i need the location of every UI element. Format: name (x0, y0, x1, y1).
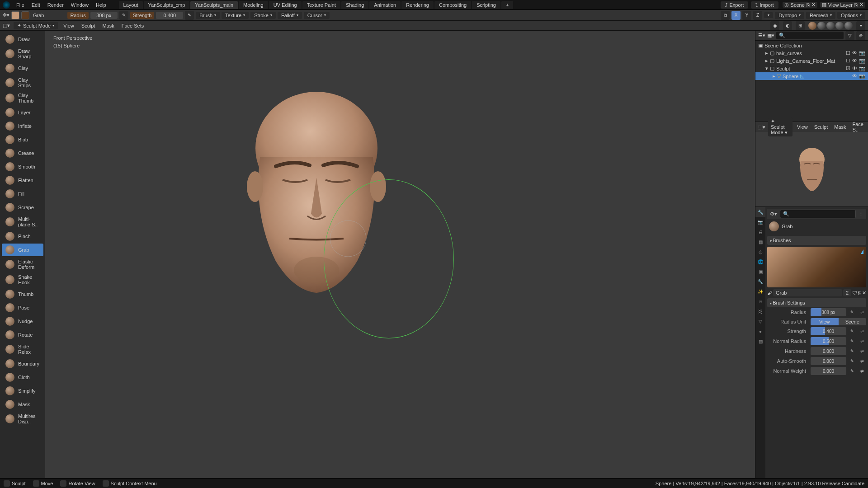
outliner-filter-icon[interactable]: ▽ (845, 31, 854, 40)
outliner-scene-collection[interactable]: ▣ Scene Collection (755, 42, 868, 49)
properties-tab-viewlayer[interactable]: ▦ (755, 237, 765, 247)
brush-layer[interactable]: Layer (2, 106, 43, 119)
properties-tab-output[interactable]: 🖨 (755, 227, 765, 237)
viewlayer-name[interactable]: View Layer (828, 2, 853, 8)
header-menu-view[interactable]: View (795, 124, 810, 130)
workspace-tab[interactable]: Animation (369, 1, 401, 9)
pressure-toggle-icon[interactable]: ✎ (848, 357, 856, 365)
xray-toggle-icon[interactable]: ⊞ (796, 21, 805, 30)
brush-clay[interactable]: Clay (2, 62, 43, 75)
setting-slider[interactable]: 0.000 (811, 357, 846, 365)
setting-slider[interactable]: 0.400 (811, 327, 846, 335)
header-menu-sculpt[interactable]: Sculpt (80, 23, 97, 28)
brush-multi-plane-s-[interactable]: Multi-plane S.. (2, 215, 43, 229)
secondary-viewport-canvas[interactable] (755, 132, 868, 206)
brush-tool-icon[interactable]: ✥▾ (3, 12, 9, 18)
brush-boundary[interactable]: Boundary (2, 357, 43, 370)
viewlayer-selector[interactable]: ▦ View Layer ⎘ ✕ (820, 2, 865, 8)
brush-cloth[interactable]: Cloth (2, 371, 43, 384)
brush-blob[interactable]: Blob (2, 133, 43, 146)
new-scene-icon[interactable]: ⎘ (807, 2, 810, 8)
workspace-tab[interactable]: YanSculpts_cmp (144, 1, 190, 9)
falloff-dropdown[interactable]: Falloff (278, 12, 302, 19)
menu-file[interactable]: File (13, 2, 28, 8)
dyntopo-dropdown[interactable]: Dyntopo (775, 12, 804, 19)
new-layer-icon[interactable]: ⎘ (854, 2, 858, 8)
workspace-tab[interactable]: Texture Paint (302, 1, 340, 9)
radius-unit-toggle[interactable]: ViewScene (811, 318, 866, 325)
mode-selector[interactable]: ✦Sculpt Mode (14, 22, 58, 29)
matcap-solid-icon[interactable] (808, 22, 816, 30)
new-brush-icon[interactable]: ⎘ (858, 290, 861, 296)
setting-extra-icon[interactable]: ⇄ (858, 337, 866, 345)
outliner-display-mode-icon[interactable]: ▦▾ (767, 33, 774, 38)
strength-pressure-icon[interactable]: ✎ (185, 11, 194, 20)
mode-selector[interactable]: ✦ Sculpt Mode ▾ (768, 117, 793, 136)
properties-tab-data[interactable]: ▽ (755, 316, 765, 326)
toggle-option[interactable]: Scene (839, 318, 867, 325)
setting-extra-icon[interactable]: ⇄ (858, 308, 866, 316)
properties-tab-material[interactable]: ● (755, 326, 765, 336)
eye-icon[interactable]: 👁 (852, 50, 857, 56)
editor-type-icon[interactable]: ⬚▾ (3, 23, 10, 28)
brush-name-field[interactable]: Grab (773, 289, 842, 296)
toggle-option[interactable]: View (811, 318, 839, 325)
delete-layer-icon[interactable]: ✕ (859, 2, 863, 8)
render-icon[interactable]: 📷 (859, 50, 865, 56)
shading-options-dropdown-icon[interactable]: ▾ (856, 21, 865, 30)
options-dropdown[interactable]: Options (837, 12, 865, 19)
3d-viewport[interactable]: Front Perspective (15) Sphere (45, 31, 755, 478)
texture-dropdown[interactable]: Texture (222, 12, 249, 19)
export-button[interactable]: ⤴ Export (721, 1, 748, 9)
shading-material-icon[interactable] (835, 22, 844, 30)
properties-options-icon[interactable]: ⋮ (859, 211, 863, 217)
menu-help[interactable]: Help (92, 2, 110, 8)
properties-tab-scene[interactable]: ◎ (755, 247, 765, 257)
brush-draw-sharp[interactable]: Draw Sharp (2, 47, 43, 61)
brush-grab[interactable]: Grab (2, 244, 43, 256)
brush-fill[interactable]: Fill (2, 188, 43, 200)
exclude-icon[interactable]: ☑ (846, 66, 850, 71)
mirror-x-button[interactable]: X (731, 11, 741, 20)
overlay-toggle-icon[interactable]: ◐ (783, 21, 792, 30)
brush-inflate[interactable]: Inflate (2, 120, 43, 132)
brush-large-preview[interactable] (767, 247, 866, 287)
setting-slider[interactable]: 308 px (811, 308, 846, 316)
properties-tab-modifiers[interactable]: 🔧 (755, 277, 765, 286)
render-icon[interactable]: 📷 (859, 58, 865, 64)
pressure-toggle-icon[interactable]: ✎ (848, 347, 856, 355)
properties-tab-particles[interactable]: ✨ (755, 286, 765, 296)
brush-mask[interactable]: Mask (2, 398, 43, 411)
properties-tab-texture[interactable]: ▨ (755, 336, 765, 346)
primary-color-swatch[interactable] (11, 11, 19, 19)
brush-nudge[interactable]: Nudge (2, 315, 43, 328)
strength-field[interactable]: Strength (130, 12, 155, 19)
brush-thumb[interactable]: Thumb (2, 288, 43, 300)
outliner-collection[interactable]: ▾ ▢ Sculpt ☑👁📷 (755, 65, 868, 72)
setting-slider[interactable]: 0.500 (811, 337, 846, 345)
brush-simplify[interactable]: Simplify (2, 385, 43, 397)
brush-multires-disp-[interactable]: Multires Disp.. (2, 412, 43, 426)
menu-edit[interactable]: Edit (28, 2, 44, 8)
symmetry-options-dropdown[interactable] (764, 12, 773, 18)
workspace-tab[interactable]: Rendering (401, 1, 434, 9)
secondary-color-swatch[interactable] (21, 11, 29, 19)
properties-tab-world[interactable]: 🌐 (755, 257, 765, 267)
pressure-toggle-icon[interactable]: ✎ (848, 327, 856, 335)
shading-wireframe-icon[interactable] (817, 22, 826, 30)
strength-value[interactable]: 0.400 (156, 12, 183, 19)
setting-slider[interactable]: 0.000 (811, 367, 846, 375)
outliner-collection[interactable]: ▸ ▢ Lights_Camera_Floor_Mat ☐👁📷 (755, 57, 868, 65)
properties-search-input[interactable]: 🔍 (780, 210, 856, 218)
setting-extra-icon[interactable]: ⇄ (858, 357, 866, 365)
properties-tab-physics[interactable]: ⚛ (755, 296, 765, 306)
outliner-new-collection-icon[interactable]: ⊕ (856, 31, 865, 40)
brush-datablock-icon[interactable]: 🖌 (767, 290, 772, 296)
pressure-toggle-icon[interactable]: ✎ (848, 367, 856, 375)
brush-pinch[interactable]: Pinch (2, 230, 43, 243)
brush-rotate[interactable]: Rotate (2, 328, 43, 341)
workspace-tab[interactable]: Modeling (239, 1, 268, 9)
exclude-icon[interactable]: ☐ (846, 50, 850, 56)
brush-flatten[interactable]: Flatten (2, 174, 43, 187)
mirror-z-button[interactable]: Z (753, 11, 762, 20)
